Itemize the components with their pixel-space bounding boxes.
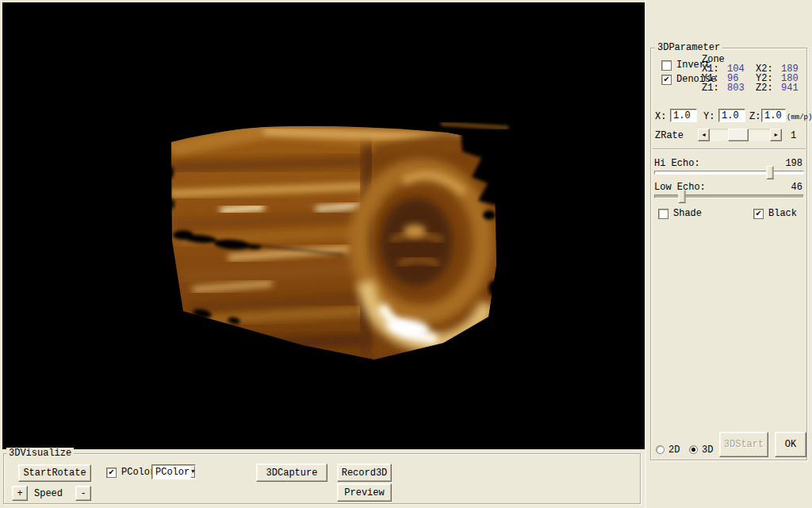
x-scale-label: X:	[655, 111, 666, 122]
visualize-groupbox: 3DVisualize StartRotate + Speed - ✔ PCol…	[3, 453, 641, 504]
hi-echo-slider[interactable]	[654, 171, 804, 175]
visualize-groupbox-title: 3DVisualize	[6, 448, 74, 459]
parameter-panel: 3DParameter Invert ✔ Denoise Zone X1: 10…	[645, 0, 812, 508]
dropdown-arrow-icon[interactable]: ▼	[190, 466, 195, 478]
zrate-label: ZRate	[655, 130, 684, 141]
denoise-checkbox[interactable]: ✔	[661, 75, 672, 85]
zone-z2-value: 941	[781, 83, 799, 94]
record3d-button[interactable]: Record3D	[337, 464, 392, 482]
shade-checkbox[interactable]	[658, 209, 668, 219]
ok-button[interactable]: OK	[775, 432, 806, 457]
low-echo-slider-thumb[interactable]	[678, 190, 685, 203]
mode-2d-label: 2D	[668, 444, 680, 456]
zrate-value: 1	[791, 130, 796, 141]
shade-label: Shade	[673, 208, 702, 219]
pcolor-checkbox[interactable]: ✔	[106, 468, 117, 478]
app-window: { "glyphs": { "check": "✔", "dropdown": …	[0, 0, 812, 508]
low-echo-slider[interactable]	[654, 194, 804, 198]
pcolor-select-value: PColor	[152, 467, 190, 478]
low-echo-value: 46	[791, 182, 802, 193]
zrate-scrollbar[interactable]: ◄ ►	[698, 129, 782, 141]
3dcapture-button[interactable]: 3DCapture	[256, 464, 327, 482]
zrate-scrollbar-thumb[interactable]	[728, 129, 749, 141]
scroll-right-arrow-icon[interactable]: ►	[770, 129, 782, 141]
parameter-groupbox: 3DParameter Invert ✔ Denoise Zone X1: 10…	[650, 48, 807, 460]
pcolor-label: PColor	[121, 467, 155, 478]
check-icon: ✔	[754, 210, 763, 218]
black-checkbox[interactable]: ✔	[753, 209, 764, 219]
hi-echo-label: Hi Echo:	[654, 158, 700, 169]
pcolor-select[interactable]: PColor ▼	[151, 464, 196, 479]
parameter-groupbox-title: 3DParameter	[655, 42, 722, 53]
divider	[653, 148, 806, 150]
check-icon: ✔	[662, 75, 671, 84]
mode-3d-radio[interactable]	[689, 445, 698, 454]
speed-label: Speed	[34, 488, 63, 499]
preview-button[interactable]: Preview	[337, 483, 392, 502]
scroll-left-arrow-icon[interactable]: ◄	[698, 129, 710, 141]
zone-z1-label: Z1:	[702, 83, 719, 94]
zone-z2-label: Z2:	[756, 83, 773, 94]
hi-echo-value: 198	[785, 158, 802, 169]
start-rotate-button[interactable]: StartRotate	[18, 464, 91, 482]
check-icon: ✔	[107, 468, 116, 477]
zone-z1-value: 803	[727, 83, 745, 94]
3dstart-button[interactable]: 3DStart	[719, 432, 768, 457]
speed-plus-button[interactable]: +	[12, 486, 28, 501]
speed-minus-button[interactable]: -	[75, 486, 91, 501]
z-scale-input[interactable]	[761, 109, 786, 122]
x-scale-input[interactable]	[670, 109, 697, 122]
y-scale-label: Y:	[703, 111, 714, 122]
black-label: Black	[768, 208, 797, 219]
y-scale-input[interactable]	[718, 109, 745, 122]
visualize-panel: 3DVisualize StartRotate + Speed - ✔ PCol…	[0, 449, 645, 508]
3d-viewport[interactable]	[2, 2, 645, 449]
z-scale-label: Z:	[749, 111, 760, 122]
mode-3d-label: 3D	[702, 444, 713, 456]
invert-checkbox[interactable]	[661, 60, 672, 71]
hi-echo-slider-thumb[interactable]	[767, 166, 774, 179]
mode-2d-radio[interactable]	[656, 445, 665, 454]
scale-unit-label: (mm/p)	[787, 112, 812, 123]
volume-render	[2, 2, 645, 449]
